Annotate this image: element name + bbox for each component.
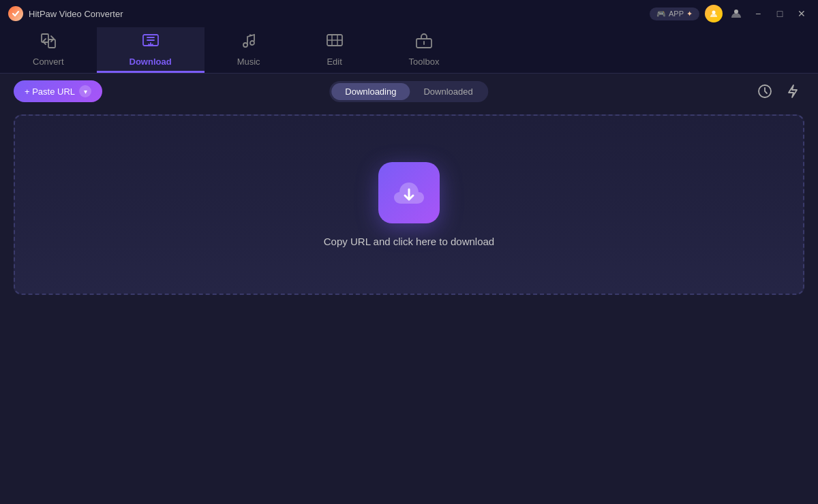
tab-edit-label: Edit	[327, 57, 342, 67]
app-badge[interactable]: 🎮 APP ✦	[650, 7, 699, 20]
nav-tabs: Convert Download Music	[0, 27, 818, 74]
title-bar-left: HitPaw Video Converter	[8, 6, 123, 21]
turbo-icon[interactable]	[783, 80, 804, 102]
downloading-tab[interactable]: Downloading	[331, 83, 410, 100]
svg-point-8	[250, 41, 254, 45]
svg-rect-2	[42, 34, 48, 42]
tab-convert-label: Convert	[33, 57, 64, 67]
star-icon: ✦	[686, 10, 693, 18]
title-bar-right: 🎮 APP ✦ − □ ✕	[650, 5, 810, 22]
tab-toolbox[interactable]: Toolbox	[376, 27, 472, 73]
tab-toolbox-label: Toolbox	[409, 57, 440, 67]
tab-download[interactable]: Download	[97, 27, 204, 73]
drop-zone-text: Copy URL and click here to download	[324, 236, 494, 247]
download-cloud-icon	[378, 162, 440, 223]
tab-download-label: Download	[130, 57, 172, 67]
title-bar: HitPaw Video Converter 🎮 APP ✦ − □ ✕	[0, 0, 818, 27]
paste-url-button[interactable]: + Paste URL ▾	[14, 80, 102, 102]
tab-edit[interactable]: Edit	[293, 27, 376, 73]
edit-icon	[326, 32, 344, 54]
paste-url-label: + Paste URL	[25, 86, 75, 97]
toolbox-icon	[415, 32, 433, 54]
download-icon	[142, 32, 160, 54]
tab-music-label: Music	[237, 57, 260, 67]
tab-convert[interactable]: Convert	[0, 27, 97, 73]
close-button[interactable]: ✕	[793, 5, 810, 22]
toolbar-right	[754, 80, 804, 102]
profile-button[interactable]	[728, 5, 744, 22]
minimize-button[interactable]: −	[750, 5, 766, 22]
drop-zone[interactable]: Copy URL and click here to download	[14, 114, 804, 295]
avatar[interactable]	[705, 5, 723, 22]
app-badge-icon: 🎮	[656, 10, 666, 18]
convert-icon	[40, 32, 57, 54]
history-icon[interactable]	[754, 80, 776, 102]
tab-switch: Downloading Downloaded	[329, 81, 488, 102]
main-content: Copy URL and click here to download	[0, 109, 818, 504]
app-title: HitPaw Video Converter	[29, 9, 123, 19]
music-icon	[240, 32, 258, 54]
svg-point-0	[712, 11, 716, 14]
app-logo	[8, 6, 23, 21]
downloaded-tab[interactable]: Downloaded	[410, 83, 486, 100]
toolbar: + Paste URL ▾ Downloading Downloaded	[0, 74, 818, 109]
maximize-button[interactable]: □	[772, 5, 788, 22]
tab-music[interactable]: Music	[204, 27, 293, 73]
chevron-down-icon: ▾	[79, 85, 91, 97]
app-badge-label: APP	[669, 10, 684, 18]
